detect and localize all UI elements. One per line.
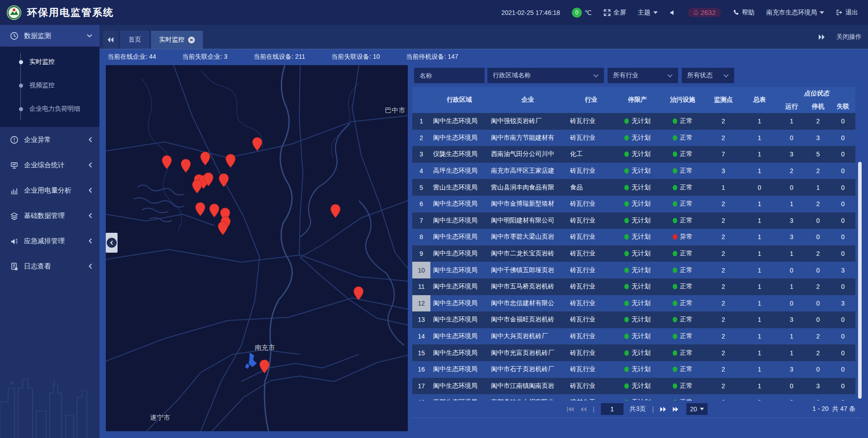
cell-facility-status: 正常 (660, 311, 705, 328)
table-row[interactable]: 12阆中生态环境局阆中市忠信建材有限公砖瓦行业无计划正常21003 (412, 295, 855, 312)
table-row[interactable]: 14阆中生态环境局阆中大兴页岩机砖厂砖瓦行业无计划正常21120 (412, 328, 855, 345)
map-marker-pin[interactable] (353, 286, 364, 301)
table-row[interactable]: 10阆中生态环境局阆中千佛镇五郎垭页岩砖瓦行业无计划正常21003 (412, 262, 855, 278)
status-select[interactable]: 所有状态 (682, 68, 734, 83)
column-group-header: 点位状态 (778, 87, 855, 100)
table-row[interactable]: 18南部生态环境局南部县砂化土坭有限公建材化工无计划正常62060 (412, 394, 855, 400)
org-dropdown[interactable]: 南充市生态环境局 (766, 9, 824, 17)
pager-next-button[interactable] (660, 406, 666, 412)
map-marker-pin[interactable] (259, 359, 270, 374)
map-marker-pin[interactable] (330, 204, 341, 218)
sidebar-item-base-data[interactable]: 基础数据管理 (0, 203, 99, 228)
fullscreen-button[interactable]: 全屏 (604, 9, 626, 17)
notification-badge[interactable]: 2632 (688, 8, 721, 17)
map-marker-pin[interactable] (218, 173, 229, 188)
name-search-input[interactable] (414, 68, 485, 83)
industry-select[interactable]: 所有行业 (608, 68, 678, 83)
table-row[interactable]: 1阆中生态环境局阆中强锐页岩砖厂砖瓦行业无计划正常21120 (412, 113, 855, 130)
cell-region: 阆中生态环境局 (430, 278, 488, 295)
table-row[interactable]: 2阆中生态环境局阆中市南方节能建材有砖瓦行业无计划正常21030 (412, 130, 855, 146)
table-row[interactable]: 11阆中生态环境局阆中市五马桥页岩机砖砖瓦行业无计划正常21120 (412, 278, 855, 295)
map-marker-pin[interactable] (161, 155, 172, 170)
pager-last-button[interactable] (673, 406, 680, 412)
theme-dropdown[interactable]: 主题 (638, 9, 658, 17)
cell-total-meters: 1 (741, 163, 778, 179)
cell-total-meters: 1 (741, 229, 778, 245)
cell-facility-status: 正常 (660, 295, 705, 312)
pager-first-button[interactable] (566, 406, 574, 412)
cell-stop-count: 0 (806, 262, 830, 278)
cell-row-number: 1 (412, 113, 430, 130)
sidebar-item-emergency-reduction[interactable]: 应急减排管理 (0, 228, 99, 254)
cell-lost-count: 0 (830, 212, 855, 229)
logout-button[interactable]: 退出 (836, 9, 858, 17)
map-marker-pin[interactable] (180, 159, 191, 173)
map-marker-pin[interactable] (217, 221, 228, 235)
table-row[interactable]: 8阆中生态环境局阆中市枣碧大梁山页岩砖瓦行业无计划异常21300 (412, 229, 855, 245)
map-marker-pin[interactable] (225, 154, 236, 168)
tab-close-icon[interactable]: ✕ (188, 37, 195, 43)
cell-monitor-points: 2 (705, 212, 741, 229)
status-dot-icon (673, 383, 677, 389)
map-marker-pin[interactable] (200, 151, 211, 166)
map-marker-pin[interactable] (203, 172, 214, 187)
table-row[interactable]: 6阆中生态环境局阆中市金博瑞新型墙材砖瓦行业无计划正常21120 (412, 196, 855, 212)
table-row[interactable]: 7阆中生态环境局阆中明阳建材有限公司砖瓦行业无计划正常21300 (412, 212, 855, 229)
cell-industry: 化工 (567, 146, 615, 163)
map-marker-pin[interactable] (252, 137, 263, 151)
cell-monitor-points: 6 (705, 394, 741, 400)
map-marker-pin[interactable] (192, 179, 203, 194)
cell-monitor-points: 2 (705, 196, 741, 212)
tabs-scroll-left-button[interactable] (103, 31, 118, 49)
map-marker-pin[interactable] (195, 202, 206, 217)
tabs-scroll-right-button[interactable] (818, 34, 825, 40)
cell-monitor-points: 2 (705, 328, 741, 345)
map-marker-pin[interactable] (209, 203, 220, 218)
page-size-select[interactable]: 20 (686, 403, 708, 415)
help-button[interactable]: 帮助 (733, 9, 755, 17)
status-dot-icon (624, 151, 629, 157)
sidebar-item-power-analysis[interactable]: 企业用电量分析 (0, 178, 99, 203)
stat-item: 当前失联企业: 3 (182, 53, 227, 61)
sound-mute-button[interactable] (670, 9, 676, 16)
cell-stop-count: 0 (806, 311, 830, 328)
table-scrollbar[interactable] (858, 162, 862, 399)
table-row[interactable]: 3仪陇生态环境局西南油气田分公司川中化工无计划正常71350 (412, 146, 855, 163)
pager-prev-button[interactable] (580, 406, 586, 412)
page-number-input[interactable] (601, 403, 623, 415)
sidebar-item-log-view[interactable]: 日志查看 (0, 254, 99, 279)
table-row[interactable]: 4高坪生态环境局南充市高坪区王家店建砖瓦行业无计划正常31220 (412, 163, 855, 179)
cell-stop-count: 1 (806, 179, 830, 196)
sidebar-subitem[interactable]: 实时监控 (0, 50, 99, 74)
column-header: 总表 (741, 87, 778, 113)
region-select[interactable]: 行政区域名称 (487, 68, 604, 83)
status-dot-icon (673, 334, 677, 339)
fullscreen-icon (604, 9, 611, 16)
table-row[interactable]: 15阆中生态环境局阆中市光富页岩机砖厂砖瓦行业无计划正常21120 (412, 344, 855, 361)
table-row[interactable]: 9阆中生态环境局阆中市二龙长宝页岩砖砖瓦行业无计划正常21120 (412, 245, 855, 262)
app-window: 环保用电监管系统 2021-02-25 17:46:18 0 ℃ 全屏 主题 (0, 0, 868, 438)
cell-limit-status: 无计划 (615, 229, 660, 245)
tab-实时监控[interactable]: 实时监控✕ (151, 31, 203, 49)
cell-stop-count: 2 (806, 113, 830, 130)
tab-首页[interactable]: 首页 (120, 31, 149, 49)
cell-lost-count: 3 (830, 262, 855, 278)
table-row[interactable]: 16阆中生态环境局阆中市石子页岩机砖厂砖瓦行业无计划正常21300 (412, 361, 855, 378)
cell-facility-status: 正常 (660, 212, 705, 229)
cell-limit-status: 无计划 (615, 146, 660, 163)
sidebar-item-enterprise-stats[interactable]: 企业综合统计 (0, 152, 99, 178)
cell-row-number: 15 (412, 344, 430, 361)
cell-industry: 砖瓦行业 (567, 245, 615, 262)
table-row[interactable]: 17阆中生态环境局阆中市江南镇阆南页岩砖瓦行业无计划正常21030 (412, 378, 855, 395)
cell-lost-count: 0 (830, 344, 855, 361)
sidebar-subitem[interactable]: 企业电力负荷明细 (0, 97, 99, 121)
map-canvas[interactable]: 巴中市南充市遂宁市 (106, 65, 408, 431)
sidebar-subitem[interactable]: 视频监控 (0, 74, 99, 97)
sidebar-item-data-monitor[interactable]: 数据监测 (0, 25, 99, 47)
bullet-dot-icon (19, 84, 23, 88)
panel-collapse-handle[interactable] (106, 233, 118, 253)
table-row[interactable]: 13阆中生态环境局阆中市金福旺页岩机砖砖瓦行业无计划正常21300 (412, 311, 855, 328)
sidebar-item-enterprise-abnormal[interactable]: 企业异常 (0, 127, 99, 152)
table-row[interactable]: 5营山生态环境局营山县润丰肉食品有限食品无计划正常10010 (412, 179, 855, 196)
close-operations-button[interactable]: 关闭操作 (836, 33, 862, 41)
